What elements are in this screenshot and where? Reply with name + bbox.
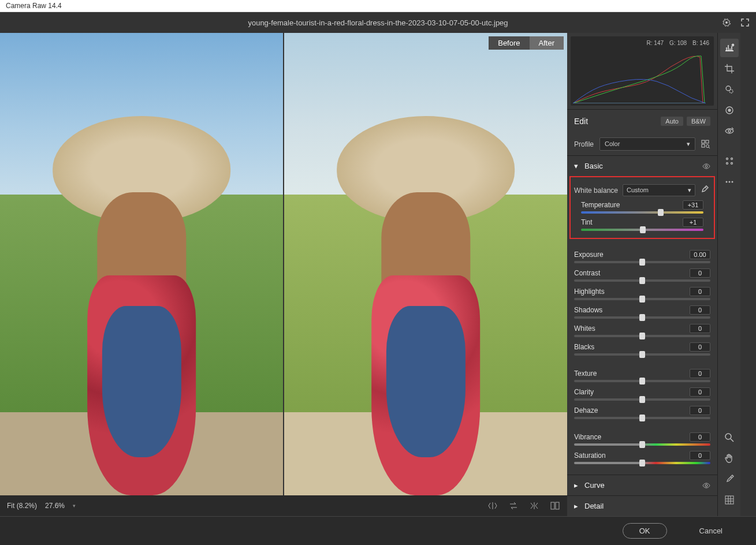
profile-label: Profile xyxy=(574,140,594,148)
auto-button[interactable]: Auto xyxy=(661,117,683,126)
svg-point-8 xyxy=(732,44,733,46)
grid-icon[interactable] xyxy=(720,491,739,509)
dialog-footer: OK Cancel xyxy=(0,516,756,545)
before-label: Before xyxy=(489,36,529,50)
histo-b-val: 146 xyxy=(699,40,709,46)
svg-point-15 xyxy=(731,158,732,160)
svg-point-18 xyxy=(725,181,727,183)
svg-point-16 xyxy=(726,163,728,165)
texture-slider[interactable]: Texture0 xyxy=(567,366,717,382)
before-image[interactable] xyxy=(0,33,284,495)
svg-point-21 xyxy=(725,434,731,439)
cancel-button[interactable]: Cancel xyxy=(683,524,739,538)
healing-tool-icon[interactable] xyxy=(720,80,739,99)
top-bar: young-female-tourist-in-a-red-floral-dre… xyxy=(0,12,756,33)
compare-merge-icon[interactable] xyxy=(529,501,539,511)
eyedropper-icon[interactable] xyxy=(700,185,710,196)
svg-point-17 xyxy=(731,163,732,165)
crop-tool-icon[interactable] xyxy=(720,59,739,78)
hand-tool-icon[interactable] xyxy=(720,449,739,468)
shadows-slider[interactable]: Shadows0 xyxy=(567,303,717,319)
svg-point-9 xyxy=(726,86,731,91)
svg-rect-2 xyxy=(702,140,705,143)
svg-point-14 xyxy=(726,158,728,160)
profile-select[interactable]: Color ▾ xyxy=(599,137,695,151)
image-preview-area: Before After xyxy=(0,33,567,516)
more-icon[interactable] xyxy=(720,173,739,191)
detail-section-header[interactable]: ▸ Detail xyxy=(567,496,717,516)
svg-point-19 xyxy=(728,181,730,183)
edit-header: Edit Auto B&W xyxy=(567,110,717,133)
vibrance-slider[interactable]: Vibrance0 xyxy=(567,430,717,446)
svg-rect-0 xyxy=(551,502,554,509)
svg-rect-3 xyxy=(706,140,709,143)
eye-icon[interactable] xyxy=(702,162,710,170)
color-sampler-icon[interactable] xyxy=(720,470,739,488)
zoom-level[interactable]: 27.6% xyxy=(45,502,65,510)
tint-slider[interactable]: Tint+1 xyxy=(574,216,710,231)
svg-rect-4 xyxy=(702,144,705,147)
curve-section-header[interactable]: ▸ Curve xyxy=(567,475,717,495)
white-balance-highlighted-group: White balance Custom ▾ Temperature+31 Ti… xyxy=(569,176,715,239)
bw-button[interactable]: B&W xyxy=(687,117,710,126)
compare-split-icon[interactable] xyxy=(487,501,498,511)
edit-header-text: Edit xyxy=(574,117,588,126)
mask-tool-icon[interactable] xyxy=(720,101,739,120)
image-bottom-bar: Fit (8.2%) 27.6% ▾ xyxy=(0,495,567,516)
zoom-dropdown-icon[interactable]: ▾ xyxy=(73,503,76,509)
main-area: young-female-tourist-in-a-red-floral-dre… xyxy=(0,12,756,545)
edit-panel: R: 147 G: 108 B: 146 Edit Auto B&W xyxy=(567,33,717,516)
svg-point-7 xyxy=(705,484,707,487)
ok-button[interactable]: OK xyxy=(623,523,667,539)
histo-g-val: 108 xyxy=(677,40,687,46)
histo-b-label: B: xyxy=(692,40,698,46)
chevron-right-icon: ▸ xyxy=(574,481,580,490)
dehaze-slider[interactable]: Dehaze0 xyxy=(567,403,717,419)
title-bar: Camera Raw 14.4 xyxy=(0,0,756,12)
right-toolbar xyxy=(717,33,740,516)
whites-slider[interactable]: Whites0 xyxy=(567,321,717,337)
svg-point-6 xyxy=(705,165,707,167)
single-view-icon[interactable] xyxy=(550,501,560,511)
clarity-slider[interactable]: Clarity0 xyxy=(567,385,717,401)
profile-browse-icon[interactable] xyxy=(701,140,710,149)
settings-gear-icon[interactable] xyxy=(721,17,732,28)
svg-point-12 xyxy=(728,109,731,111)
basic-title: Basic xyxy=(584,162,603,170)
wb-label: White balance xyxy=(574,186,618,195)
filename: young-female-tourist-in-a-red-floral-dre… xyxy=(248,18,508,27)
highlights-slider[interactable]: Highlights0 xyxy=(567,284,717,300)
detail-title: Detail xyxy=(584,502,604,510)
app-title: Camera Raw 14.4 xyxy=(6,2,62,10)
after-label: After xyxy=(530,36,564,50)
chevron-down-icon: ▾ xyxy=(574,162,580,170)
histo-r-val: 147 xyxy=(654,40,664,46)
svg-rect-1 xyxy=(556,502,559,509)
fullscreen-icon[interactable] xyxy=(740,17,750,28)
wb-select[interactable]: Custom ▾ xyxy=(623,184,695,196)
blacks-slider[interactable]: Blacks0 xyxy=(567,339,717,356)
histo-r-label: R: xyxy=(647,40,653,46)
svg-rect-22 xyxy=(725,496,733,504)
after-image[interactable] xyxy=(284,33,567,495)
contrast-slider[interactable]: Contrast0 xyxy=(567,266,717,282)
chevron-right-icon: ▸ xyxy=(574,502,580,510)
basic-section-header[interactable]: ▾ Basic xyxy=(567,156,717,176)
saturation-slider[interactable]: Saturation0 xyxy=(567,448,717,464)
edit-tool-icon[interactable] xyxy=(720,39,739,57)
redeye-tool-icon[interactable] xyxy=(720,122,739,140)
presets-icon[interactable] xyxy=(720,152,739,170)
zoom-tool-icon[interactable] xyxy=(720,428,739,447)
temperature-slider[interactable]: Temperature+31 xyxy=(574,199,710,214)
histo-g-label: G: xyxy=(669,40,676,46)
zoom-fit[interactable]: Fit (8.2%) xyxy=(7,502,37,510)
svg-point-13 xyxy=(728,130,731,132)
exposure-slider[interactable]: Exposure0.00 xyxy=(567,247,717,263)
curve-title: Curve xyxy=(584,481,605,490)
eye-icon[interactable] xyxy=(702,481,710,490)
svg-point-20 xyxy=(731,181,733,183)
svg-point-5 xyxy=(706,144,709,147)
swap-icon[interactable] xyxy=(508,501,519,511)
histogram[interactable]: R: 147 G: 108 B: 146 xyxy=(571,36,714,106)
